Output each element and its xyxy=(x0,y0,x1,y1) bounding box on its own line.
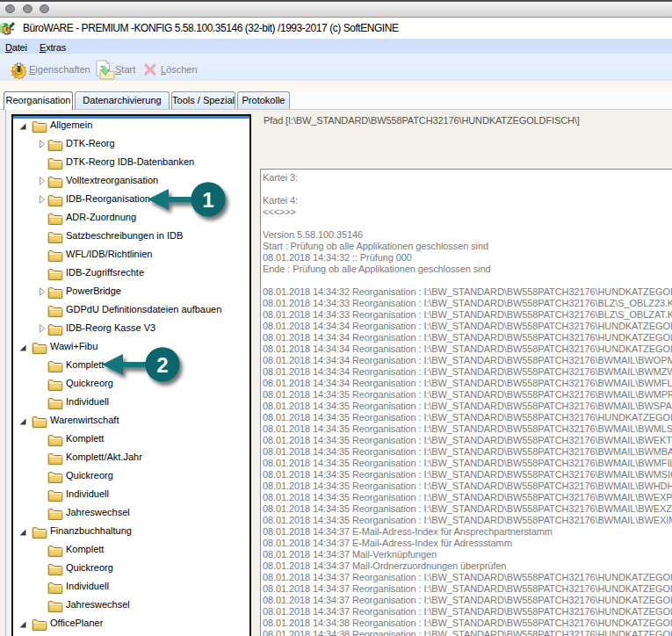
svg-text:1: 1 xyxy=(202,188,213,212)
svg-text:2: 2 xyxy=(156,353,168,377)
